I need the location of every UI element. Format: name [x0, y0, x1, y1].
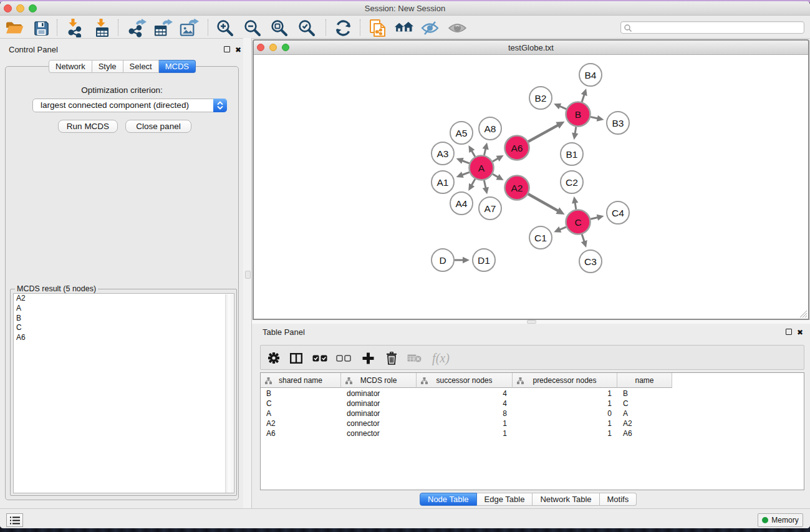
import-network-icon[interactable]: [65, 19, 85, 37]
column-header-predecessor-nodes[interactable]: predecessor nodes: [513, 373, 617, 388]
tab-network-table[interactable]: Network Table: [533, 493, 599, 506]
graph-node-B4[interactable]: B4: [579, 64, 602, 86]
edge-A-A7[interactable]: [484, 180, 486, 188]
edge-A-A6[interactable]: [493, 158, 498, 162]
table-row[interactable]: Cdominator41C: [261, 399, 804, 409]
float-panel-icon[interactable]: [786, 329, 792, 335]
task-history-button[interactable]: [6, 513, 23, 527]
column-header-successor-nodes[interactable]: successor nodes: [417, 373, 513, 388]
hide-graphics-details-icon[interactable]: [420, 19, 440, 37]
column-settings-icon[interactable]: [266, 350, 282, 366]
delete-column-icon[interactable]: [383, 350, 400, 366]
graph-node-C3[interactable]: C3: [579, 250, 602, 273]
save-session-icon[interactable]: [31, 19, 51, 37]
graph-node-A1[interactable]: A1: [432, 171, 454, 193]
graph-node-A8[interactable]: A8: [479, 117, 501, 140]
edge-A-A2[interactable]: [493, 174, 498, 177]
export-table-icon[interactable]: [153, 19, 173, 37]
edge-A-A8[interactable]: [484, 148, 485, 155]
tab-style[interactable]: Style: [92, 60, 123, 73]
edge-A-A5[interactable]: [471, 151, 475, 157]
memory-button[interactable]: Memory: [758, 513, 803, 527]
tab-edge-table[interactable]: Edge Table: [477, 493, 533, 506]
result-item[interactable]: B: [14, 314, 234, 324]
edge-A-A3[interactable]: [462, 160, 470, 163]
table-row[interactable]: A2connector11A2: [261, 418, 804, 428]
split-table-icon[interactable]: [288, 350, 304, 366]
tab-node-table[interactable]: Node Table: [420, 493, 477, 506]
edge-C-C1[interactable]: [559, 227, 566, 230]
apply-layout-icon[interactable]: [333, 19, 353, 37]
edge-A6-B[interactable]: [528, 125, 558, 142]
result-item[interactable]: A: [14, 304, 234, 314]
table-row[interactable]: Bdominator41B: [261, 389, 804, 399]
result-item[interactable]: A2: [14, 294, 234, 304]
add-column-icon[interactable]: [360, 350, 376, 366]
tab-motifs[interactable]: Motifs: [600, 493, 637, 506]
graph-node-A2[interactable]: A2: [505, 176, 529, 200]
network-graph-canvas[interactable]: B4B2BB3A5A8A6B1A3AA1C2A2A4A7C4CC1C3DD1: [254, 56, 808, 319]
graph-node-A3[interactable]: A3: [432, 142, 454, 165]
result-item[interactable]: A6: [14, 333, 234, 343]
search-input[interactable]: [620, 21, 804, 34]
criterion-dropdown[interactable]: largest connected component (directed): [32, 99, 227, 112]
resize-grip-icon[interactable]: [798, 309, 808, 318]
edge-B-B1[interactable]: [575, 127, 576, 133]
graph-node-A5[interactable]: A5: [450, 122, 473, 144]
graph-node-A7[interactable]: A7: [479, 197, 501, 220]
run-mcds-button[interactable]: Run MCDS: [58, 120, 118, 133]
delete-table-icon[interactable]: [407, 350, 423, 366]
select-all-rows-icon[interactable]: [312, 350, 328, 366]
graph-node-C1[interactable]: C1: [529, 226, 552, 249]
deselect-all-rows-icon[interactable]: [335, 350, 352, 366]
divider-grip[interactable]: [245, 271, 251, 279]
export-network-icon[interactable]: [127, 19, 147, 37]
close-panel-button[interactable]: Close panel: [125, 120, 191, 133]
graph-node-A4[interactable]: A4: [450, 192, 473, 215]
graph-node-A[interactable]: A: [470, 156, 494, 180]
graph-node-D1[interactable]: D1: [473, 249, 495, 271]
network-overview-icon[interactable]: [394, 19, 414, 37]
export-image-icon[interactable]: [179, 19, 199, 37]
edge-B-B2[interactable]: [559, 106, 566, 109]
table-row[interactable]: A6connector11A6: [261, 428, 804, 438]
graph-node-C2[interactable]: C2: [561, 171, 583, 193]
graph-node-C4[interactable]: C4: [607, 201, 629, 224]
column-header-shared-name[interactable]: shared name: [261, 373, 341, 388]
column-header-MCDS-role[interactable]: MCDS role: [341, 373, 417, 388]
edge-C-C3[interactable]: [582, 235, 584, 242]
float-panel-icon[interactable]: [224, 46, 230, 52]
edge-C-C2[interactable]: [575, 203, 576, 210]
close-panel-icon[interactable]: ✖: [235, 47, 241, 53]
mcds-result-list[interactable]: A2ABCA6: [13, 293, 234, 493]
show-graphics-details-icon[interactable]: [447, 19, 467, 37]
close-panel-icon[interactable]: ✖: [797, 329, 803, 336]
graph-node-C[interactable]: C: [566, 210, 591, 235]
zoom-out-icon[interactable]: [243, 19, 263, 37]
clone-network-icon[interactable]: [368, 19, 388, 37]
graph-node-B1[interactable]: B1: [561, 143, 583, 165]
edge-A-A1[interactable]: [462, 172, 470, 175]
tab-mcds[interactable]: MCDS: [159, 60, 196, 73]
zoom-selected-icon[interactable]: [297, 19, 317, 37]
graph-node-B3[interactable]: B3: [607, 112, 629, 134]
edge-A-A4[interactable]: [471, 179, 475, 185]
graph-node-D[interactable]: D: [432, 249, 454, 271]
tab-select[interactable]: Select: [123, 60, 159, 73]
zoom-fit-icon[interactable]: [269, 19, 289, 37]
edge-A2-C[interactable]: [528, 194, 558, 211]
edge-B-B4[interactable]: [582, 94, 584, 102]
function-builder-icon[interactable]: f(x): [430, 350, 451, 366]
panel-divider-vertical[interactable]: [243, 38, 252, 508]
result-scrollbar[interactable]: [225, 294, 233, 493]
zoom-in-icon[interactable]: [215, 19, 235, 37]
table-row[interactable]: Adominator80A: [261, 409, 804, 418]
graph-node-B[interactable]: B: [566, 102, 591, 127]
graph-node-A6[interactable]: A6: [505, 136, 529, 160]
result-item[interactable]: C: [14, 323, 234, 333]
column-header-name[interactable]: name: [617, 373, 672, 388]
edge-C-C4[interactable]: [591, 218, 598, 220]
tab-network[interactable]: Network: [49, 60, 92, 73]
graph-node-B2[interactable]: B2: [529, 87, 552, 109]
open-session-icon[interactable]: [4, 19, 24, 37]
